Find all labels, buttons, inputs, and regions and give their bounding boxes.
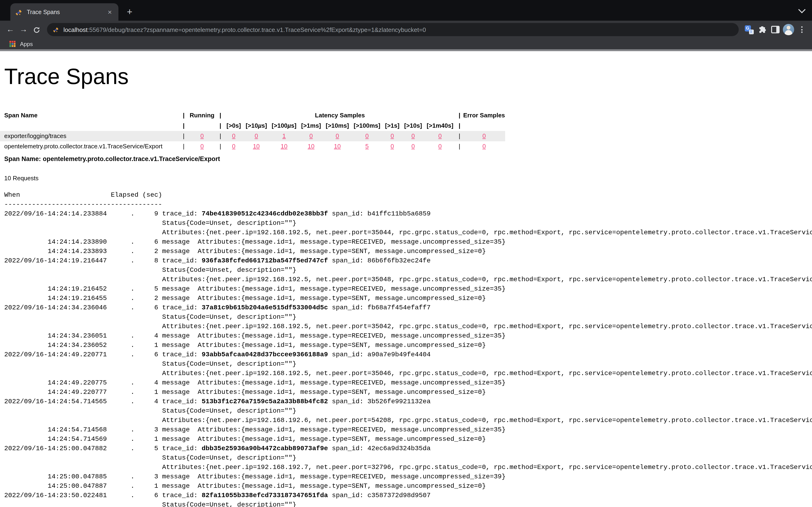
- reload-icon: [33, 26, 40, 34]
- latency-count-cell: 0: [243, 131, 269, 141]
- column-separator: |: [456, 141, 463, 152]
- reload-button[interactable]: [30, 25, 43, 34]
- latency-bucket-label: [>1m40s]: [424, 121, 456, 131]
- url-path: :55679/debug/tracez?zspanname=openteleme…: [88, 26, 426, 33]
- spacer-cell: [463, 121, 505, 131]
- trace-records-pre: When Elapsed (sec) ---------------------…: [0, 190, 812, 507]
- latency-count-link[interactable]: 1: [283, 132, 286, 139]
- latency-bucket-label: [>100ms]: [351, 121, 383, 131]
- latency-count-cell: 0: [402, 131, 424, 141]
- latency-count-link[interactable]: 0: [439, 143, 442, 150]
- latency-count-link[interactable]: 0: [411, 143, 415, 150]
- latency-count-link[interactable]: 0: [365, 132, 369, 139]
- col-header-running: Running: [188, 110, 217, 121]
- column-separator: |: [180, 131, 188, 141]
- latency-count-link[interactable]: 10: [281, 143, 288, 150]
- latency-count-cell: 0: [383, 141, 402, 152]
- latency-count-cell: 0: [402, 141, 424, 152]
- latency-count-link[interactable]: 0: [391, 132, 394, 139]
- browser-window: Trace Spans × + ← → localhost:556: [0, 0, 812, 507]
- latency-count-link[interactable]: 0: [232, 132, 235, 139]
- latency-bucket-label: [>10µs]: [243, 121, 269, 131]
- latency-count-cell: 1: [269, 131, 299, 141]
- error-count-link[interactable]: 0: [483, 132, 486, 139]
- apps-grid-square: [9, 43, 11, 45]
- latency-bucket-label: [>1ms]: [299, 121, 323, 131]
- url-address-bar[interactable]: localhost:55679/debug/tracez?zspanname=o…: [47, 23, 739, 36]
- bookmarks-bar: Apps: [0, 39, 812, 49]
- extensions-button[interactable]: [756, 23, 769, 36]
- col-header-latency-samples: Latency Samples: [224, 110, 456, 121]
- apps-grid-square: [11, 45, 13, 47]
- chrome-page-divider: [0, 49, 812, 51]
- latency-count-cell: 0: [224, 131, 243, 141]
- apps-grid-square: [9, 45, 11, 47]
- latency-count-link[interactable]: 10: [253, 143, 260, 150]
- new-tab-button[interactable]: +: [127, 7, 132, 16]
- tab-title: Trace Spans: [27, 9, 106, 15]
- latency-count-link[interactable]: 0: [255, 132, 258, 139]
- latency-count-link[interactable]: 0: [232, 143, 235, 150]
- telescope-favicon-icon: [53, 26, 59, 33]
- running-count-link[interactable]: 0: [200, 132, 204, 139]
- column-separator: |: [456, 131, 463, 141]
- span-name-heading: Span Name:opentelemetry.proto.collector.…: [4, 155, 812, 162]
- span-name-heading-label: Span Name:: [4, 155, 41, 162]
- error-cell: 0: [463, 131, 505, 141]
- latency-count-link[interactable]: 0: [391, 143, 394, 150]
- tab-close-icon[interactable]: ×: [106, 7, 114, 16]
- latency-count-link[interactable]: 10: [308, 143, 315, 150]
- latency-summary-table: Span Name|Running|Latency Samples|Error …: [0, 110, 505, 152]
- apps-grid-square: [11, 41, 13, 43]
- latency-count-link[interactable]: 5: [365, 143, 369, 150]
- latency-count-link[interactable]: 0: [439, 132, 442, 139]
- translate-button[interactable]: G 文: [743, 23, 756, 36]
- latency-count-cell: 0: [424, 141, 456, 152]
- column-separator: |: [456, 110, 463, 121]
- telescope-favicon-icon: [15, 8, 22, 16]
- latency-count-cell: 0: [351, 131, 383, 141]
- forward-button[interactable]: →: [17, 25, 30, 34]
- summary-table-row: opentelemetry.proto.collector.trace.v1.T…: [0, 141, 505, 152]
- summary-table-head: Span Name|Running|Latency Samples|Error …: [0, 110, 505, 131]
- url-host: localhost: [63, 26, 88, 33]
- puzzle-icon: [758, 25, 767, 34]
- column-separator: |: [180, 110, 188, 121]
- summary-table-body: exporter/logging/traces|0|001000000|0ope…: [0, 131, 505, 152]
- column-separator: |: [217, 131, 224, 141]
- latency-count-link[interactable]: 0: [336, 132, 339, 139]
- apps-grid-square: [9, 41, 11, 43]
- apps-label[interactable]: Apps: [20, 41, 33, 47]
- running-cell: 0: [188, 141, 217, 152]
- col-header-error-samples: Error Samples: [463, 110, 505, 121]
- apps-grid-icon[interactable]: [9, 41, 15, 47]
- latency-count-link[interactable]: 0: [411, 132, 415, 139]
- apps-grid-square: [14, 45, 15, 47]
- side-panel-button[interactable]: [769, 23, 782, 36]
- navigation-bar: ← → localhost:55679/debug/tracez?zspanna…: [0, 21, 812, 39]
- apps-grid-square: [11, 43, 13, 45]
- latency-count-link[interactable]: 10: [334, 143, 341, 150]
- translate-icon: G 文: [745, 25, 754, 34]
- latency-count-cell: 0: [424, 131, 456, 141]
- latency-count-cell: 10: [269, 141, 299, 152]
- latency-bucket-label: [>10ms]: [323, 121, 351, 131]
- profile-button[interactable]: [782, 23, 795, 36]
- browser-menu-button[interactable]: [795, 23, 808, 36]
- latency-count-cell: 10: [299, 141, 323, 152]
- tab-strip-chevron-icon[interactable]: [798, 6, 805, 13]
- back-button[interactable]: ←: [4, 25, 17, 34]
- latency-bucket-label: [>0s]: [224, 121, 243, 131]
- running-count-link[interactable]: 0: [200, 143, 204, 150]
- error-cell: 0: [463, 141, 505, 152]
- latency-count-cell: 10: [243, 141, 269, 152]
- span-name-heading-value: opentelemetry.proto.collector.trace.v1.T…: [43, 155, 220, 162]
- browser-tab[interactable]: Trace Spans ×: [10, 3, 118, 21]
- apps-grid-square: [14, 43, 15, 45]
- spacer-cell: [188, 121, 217, 131]
- latency-bucket-label: [>10s]: [402, 121, 424, 131]
- latency-count-link[interactable]: 0: [309, 132, 313, 139]
- column-separator: |: [456, 121, 463, 131]
- error-count-link[interactable]: 0: [483, 143, 486, 150]
- summary-header-row: Span Name|Running|Latency Samples|Error …: [0, 110, 505, 121]
